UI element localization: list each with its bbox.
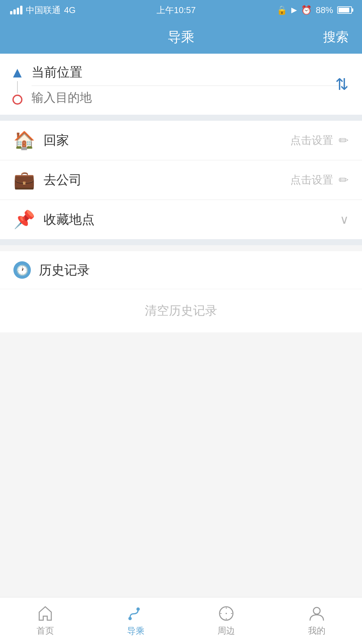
- destination-input[interactable]: [32, 86, 349, 105]
- favorites-item[interactable]: 📌 收藏地点 ∨: [0, 200, 362, 239]
- lock-icon: 🔒: [277, 5, 287, 15]
- home-icon: 🏠: [13, 130, 34, 151]
- favorites-label: 收藏地点: [44, 211, 330, 228]
- compass-nav-icon: [218, 605, 235, 622]
- time-label: 上午10:57: [157, 4, 196, 16]
- history-icon-wrapper: 🕐: [13, 261, 31, 279]
- bottom-nav: 首页 导乘 周边 我的: [0, 597, 362, 644]
- nav-item-nearby[interactable]: 周边: [181, 605, 272, 637]
- history-header: 🕐 历史记录: [0, 251, 362, 289]
- history-section: 🕐 历史记录 清空历史记录: [0, 251, 362, 332]
- alarm-icon: ⏰: [301, 5, 312, 15]
- home-nav-icon: [37, 605, 54, 622]
- section-divider-1: [0, 115, 362, 121]
- section-divider-2: [0, 239, 362, 245]
- home-edit-icon[interactable]: ✏: [339, 133, 349, 148]
- search-button[interactable]: 搜索: [323, 29, 349, 46]
- status-right: 🔒 ▶ ⏰ 88%: [277, 5, 352, 15]
- work-action-text: 点击设置: [290, 173, 333, 187]
- page-title: 导乘: [168, 28, 194, 46]
- home-action-text: 点击设置: [290, 133, 333, 148]
- work-label: 去公司: [44, 171, 280, 189]
- quick-access-section: 🏠 回家 点击设置 ✏ 💼 去公司 点击设置 ✏ 📌 收藏地点 ∨: [0, 121, 362, 239]
- favorites-chevron-icon: ∨: [340, 213, 349, 227]
- status-left: 中国联通 4G: [10, 4, 76, 16]
- favorites-icon: 📌: [13, 209, 34, 230]
- location-inputs: 当前位置: [32, 64, 349, 105]
- nav-item-route[interactable]: 导乘: [90, 604, 181, 637]
- svg-point-3: [226, 613, 227, 614]
- destination-dot-icon: [12, 95, 22, 105]
- nav-label-profile: 我的: [308, 625, 325, 637]
- history-title: 历史记录: [39, 262, 90, 279]
- battery-icon: [337, 6, 352, 14]
- location-icon: ▶: [291, 6, 297, 14]
- home-action: 点击设置 ✏: [290, 133, 349, 148]
- nav-label-home: 首页: [37, 625, 54, 637]
- origin-arrow-icon: ▲: [10, 65, 25, 80]
- svg-point-0: [128, 617, 132, 620]
- route-nav-icon: [127, 604, 145, 623]
- work-edit-icon[interactable]: ✏: [339, 173, 349, 187]
- location-icons: ▲: [10, 64, 25, 105]
- network-label: 4G: [64, 5, 76, 15]
- svg-point-8: [313, 607, 320, 614]
- nav-item-profile[interactable]: 我的: [272, 605, 362, 637]
- swap-button[interactable]: ⇅: [335, 75, 349, 94]
- nav-label-nearby: 周边: [218, 625, 235, 637]
- clear-history-area: 清空历史记录: [0, 289, 362, 332]
- home-label: 回家: [44, 132, 280, 149]
- connector-line: [17, 81, 18, 93]
- header: 导乘 搜索: [0, 20, 362, 54]
- work-icon: 💼: [13, 170, 34, 190]
- clear-history-button[interactable]: 清空历史记录: [145, 303, 217, 319]
- nav-label-route: 导乘: [127, 625, 144, 637]
- carrier-label: 中国联通: [26, 4, 61, 16]
- location-section: ▲ 当前位置 ⇅: [0, 54, 362, 115]
- svg-point-1: [136, 607, 140, 611]
- current-location-label[interactable]: 当前位置: [32, 64, 349, 86]
- user-nav-icon: [308, 605, 325, 622]
- signal-icon: [10, 6, 22, 14]
- nav-item-home[interactable]: 首页: [0, 605, 90, 637]
- history-clock-icon: 🕐: [16, 264, 28, 276]
- work-item[interactable]: 💼 去公司 点击设置 ✏: [0, 160, 362, 200]
- work-action: 点击设置 ✏: [290, 173, 349, 187]
- battery-label: 88%: [316, 5, 333, 15]
- status-bar: 中国联通 4G 上午10:57 🔒 ▶ ⏰ 88%: [0, 0, 362, 20]
- home-item[interactable]: 🏠 回家 点击设置 ✏: [0, 121, 362, 160]
